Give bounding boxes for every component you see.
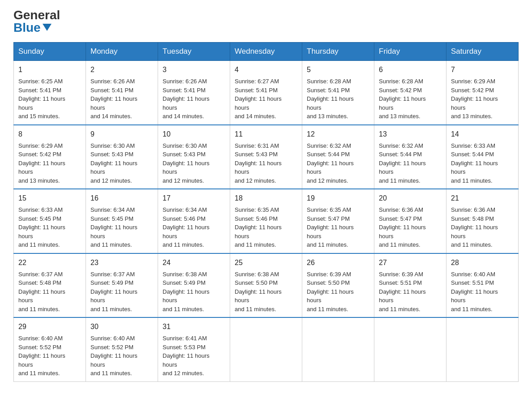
calendar-header-tuesday: Tuesday	[158, 43, 230, 61]
calendar-header-wednesday: Wednesday	[230, 43, 302, 61]
page-header: General Blue	[13, 9, 519, 34]
calendar-cell: 1Sunrise: 6:25 AMSunset: 5:41 PMDaylight…	[14, 61, 86, 125]
day-info: Sunrise: 6:30 AMSunset: 5:43 PMDaylight:…	[90, 142, 137, 184]
day-info: Sunrise: 6:34 AMSunset: 5:46 PMDaylight:…	[163, 206, 210, 248]
calendar-header-friday: Friday	[374, 43, 446, 61]
day-info: Sunrise: 6:41 AMSunset: 5:53 PMDaylight:…	[163, 335, 210, 377]
calendar-cell: 7Sunrise: 6:29 AMSunset: 5:42 PMDaylight…	[446, 61, 519, 125]
day-info: Sunrise: 6:35 AMSunset: 5:47 PMDaylight:…	[307, 206, 354, 248]
day-info: Sunrise: 6:33 AMSunset: 5:45 PMDaylight:…	[18, 206, 65, 248]
calendar-cell: 3Sunrise: 6:26 AMSunset: 5:41 PMDaylight…	[158, 61, 230, 125]
day-number: 14	[451, 129, 514, 140]
calendar-cell: 24Sunrise: 6:38 AMSunset: 5:49 PMDayligh…	[158, 253, 230, 318]
calendar-cell: 22Sunrise: 6:37 AMSunset: 5:48 PMDayligh…	[14, 253, 86, 318]
calendar-cell: 28Sunrise: 6:40 AMSunset: 5:51 PMDayligh…	[446, 253, 519, 318]
day-info: Sunrise: 6:36 AMSunset: 5:48 PMDaylight:…	[451, 206, 498, 248]
calendar-cell	[374, 317, 446, 381]
calendar-header-sunday: Sunday	[14, 43, 86, 61]
day-number: 27	[379, 257, 442, 268]
calendar-cell: 2Sunrise: 6:26 AMSunset: 5:41 PMDaylight…	[86, 61, 158, 125]
calendar-cell: 29Sunrise: 6:40 AMSunset: 5:52 PMDayligh…	[14, 317, 86, 381]
calendar-cell: 23Sunrise: 6:37 AMSunset: 5:49 PMDayligh…	[86, 253, 158, 318]
day-number: 20	[379, 193, 442, 204]
day-info: Sunrise: 6:28 AMSunset: 5:42 PMDaylight:…	[379, 78, 426, 120]
calendar-cell: 25Sunrise: 6:38 AMSunset: 5:50 PMDayligh…	[230, 253, 302, 318]
day-info: Sunrise: 6:37 AMSunset: 5:49 PMDaylight:…	[90, 271, 137, 313]
day-number: 15	[18, 193, 81, 204]
day-info: Sunrise: 6:26 AMSunset: 5:41 PMDaylight:…	[163, 78, 210, 120]
day-number: 26	[307, 257, 369, 268]
day-number: 16	[90, 193, 153, 204]
calendar-week-row: 29Sunrise: 6:40 AMSunset: 5:52 PMDayligh…	[14, 317, 519, 381]
calendar-header-monday: Monday	[86, 43, 158, 61]
day-info: Sunrise: 6:38 AMSunset: 5:49 PMDaylight:…	[163, 271, 210, 313]
calendar-cell: 8Sunrise: 6:29 AMSunset: 5:42 PMDaylight…	[14, 125, 86, 189]
calendar-cell: 5Sunrise: 6:28 AMSunset: 5:41 PMDaylight…	[302, 61, 374, 125]
day-info: Sunrise: 6:33 AMSunset: 5:44 PMDaylight:…	[451, 142, 498, 184]
day-number: 22	[18, 257, 81, 268]
calendar-cell: 14Sunrise: 6:33 AMSunset: 5:44 PMDayligh…	[446, 125, 519, 189]
calendar-week-row: 1Sunrise: 6:25 AMSunset: 5:41 PMDaylight…	[14, 61, 519, 125]
day-number: 3	[163, 64, 225, 75]
day-number: 21	[451, 193, 514, 204]
calendar-cell: 30Sunrise: 6:40 AMSunset: 5:52 PMDayligh…	[86, 317, 158, 381]
calendar-cell	[302, 317, 374, 381]
calendar-cell: 10Sunrise: 6:30 AMSunset: 5:43 PMDayligh…	[158, 125, 230, 189]
calendar-cell: 12Sunrise: 6:32 AMSunset: 5:44 PMDayligh…	[302, 125, 374, 189]
logo-blue-text: Blue	[13, 21, 51, 34]
day-info: Sunrise: 6:37 AMSunset: 5:48 PMDaylight:…	[18, 271, 65, 313]
day-info: Sunrise: 6:32 AMSunset: 5:44 PMDaylight:…	[307, 142, 354, 184]
day-number: 31	[163, 321, 225, 332]
day-info: Sunrise: 6:40 AMSunset: 5:52 PMDaylight:…	[90, 335, 137, 377]
day-info: Sunrise: 6:32 AMSunset: 5:44 PMDaylight:…	[379, 142, 426, 184]
day-number: 18	[235, 193, 297, 204]
day-info: Sunrise: 6:26 AMSunset: 5:41 PMDaylight:…	[90, 78, 137, 120]
day-number: 30	[90, 321, 153, 332]
day-number: 6	[379, 64, 442, 75]
day-number: 7	[451, 64, 514, 75]
calendar-cell: 6Sunrise: 6:28 AMSunset: 5:42 PMDaylight…	[374, 61, 446, 125]
calendar-cell	[230, 317, 302, 381]
day-info: Sunrise: 6:35 AMSunset: 5:46 PMDaylight:…	[235, 206, 282, 248]
day-info: Sunrise: 6:39 AMSunset: 5:50 PMDaylight:…	[307, 271, 354, 313]
day-info: Sunrise: 6:29 AMSunset: 5:42 PMDaylight:…	[18, 142, 65, 184]
day-info: Sunrise: 6:40 AMSunset: 5:51 PMDaylight:…	[451, 271, 498, 313]
day-info: Sunrise: 6:31 AMSunset: 5:43 PMDaylight:…	[235, 142, 282, 184]
calendar-header-saturday: Saturday	[446, 43, 519, 61]
day-number: 28	[451, 257, 514, 268]
day-number: 10	[163, 129, 225, 140]
day-number: 19	[307, 193, 369, 204]
day-number: 2	[90, 64, 153, 75]
day-number: 9	[90, 129, 153, 140]
calendar-cell: 9Sunrise: 6:30 AMSunset: 5:43 PMDaylight…	[86, 125, 158, 189]
day-number: 4	[235, 64, 297, 75]
calendar-cell	[446, 317, 519, 381]
day-info: Sunrise: 6:36 AMSunset: 5:47 PMDaylight:…	[379, 206, 426, 248]
calendar-cell: 4Sunrise: 6:27 AMSunset: 5:41 PMDaylight…	[230, 61, 302, 125]
day-info: Sunrise: 6:38 AMSunset: 5:50 PMDaylight:…	[235, 271, 282, 313]
calendar-cell: 17Sunrise: 6:34 AMSunset: 5:46 PMDayligh…	[158, 189, 230, 253]
day-info: Sunrise: 6:30 AMSunset: 5:43 PMDaylight:…	[163, 142, 210, 184]
calendar-cell: 11Sunrise: 6:31 AMSunset: 5:43 PMDayligh…	[230, 125, 302, 189]
calendar-cell: 21Sunrise: 6:36 AMSunset: 5:48 PMDayligh…	[446, 189, 519, 253]
day-info: Sunrise: 6:25 AMSunset: 5:41 PMDaylight:…	[18, 78, 65, 120]
logo-triangle-icon	[43, 24, 51, 31]
calendar-cell: 13Sunrise: 6:32 AMSunset: 5:44 PMDayligh…	[374, 125, 446, 189]
day-number: 23	[90, 257, 153, 268]
calendar-cell: 19Sunrise: 6:35 AMSunset: 5:47 PMDayligh…	[302, 189, 374, 253]
day-info: Sunrise: 6:29 AMSunset: 5:42 PMDaylight:…	[451, 78, 498, 120]
calendar-cell: 27Sunrise: 6:39 AMSunset: 5:51 PMDayligh…	[374, 253, 446, 318]
day-number: 11	[235, 129, 297, 140]
day-number: 12	[307, 129, 369, 140]
logo: General Blue	[13, 9, 60, 34]
day-number: 8	[18, 129, 81, 140]
calendar-cell: 20Sunrise: 6:36 AMSunset: 5:47 PMDayligh…	[374, 189, 446, 253]
calendar-table: SundayMondayTuesdayWednesdayThursdayFrid…	[13, 42, 519, 382]
day-number: 13	[379, 129, 442, 140]
day-info: Sunrise: 6:34 AMSunset: 5:45 PMDaylight:…	[90, 206, 137, 248]
calendar-cell: 31Sunrise: 6:41 AMSunset: 5:53 PMDayligh…	[158, 317, 230, 381]
calendar-cell: 15Sunrise: 6:33 AMSunset: 5:45 PMDayligh…	[14, 189, 86, 253]
calendar-header-row: SundayMondayTuesdayWednesdayThursdayFrid…	[14, 43, 519, 61]
day-info: Sunrise: 6:39 AMSunset: 5:51 PMDaylight:…	[379, 271, 426, 313]
day-number: 24	[163, 257, 225, 268]
